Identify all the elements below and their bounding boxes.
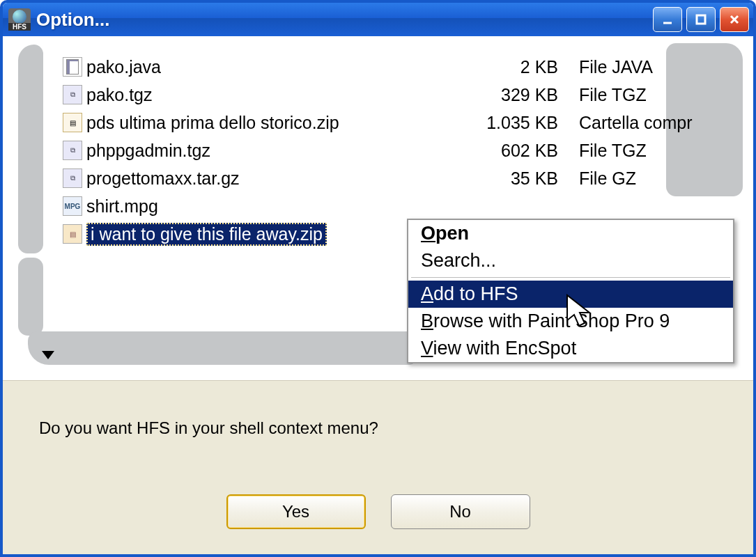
content-area: pako.java2 KBFile JAVA⧉pako.tgz329 KBFil… xyxy=(3,36,753,380)
tgz-file-icon: ⧉ xyxy=(63,141,82,160)
file-name: i want to give this file away.zip xyxy=(86,223,327,246)
file-name: pds ultima prima dello storico.zip xyxy=(86,113,339,133)
close-button[interactable] xyxy=(720,7,749,32)
java-file-icon xyxy=(63,57,82,77)
mouse-cursor-icon xyxy=(566,294,594,331)
dialog-window: HFS Option... pako.java2 KBFile JAVA⧉pak… xyxy=(0,0,756,557)
file-type: Cartella compr xyxy=(579,113,746,133)
yes-button[interactable]: Yes xyxy=(226,494,366,529)
close-icon xyxy=(727,13,741,26)
titlebar[interactable]: HFS Option... xyxy=(3,3,753,36)
file-name: progettomaxx.tar.gz xyxy=(86,168,240,189)
dropdown-indicator-icon[interactable] xyxy=(42,351,54,363)
menu-separator xyxy=(411,277,730,278)
dialog-button-row: Yes No xyxy=(3,494,753,529)
svg-marker-4 xyxy=(42,351,54,359)
gz-file-icon: ⧉ xyxy=(63,168,82,188)
file-size: 2 KB xyxy=(468,57,579,77)
file-row[interactable]: ▤pds ultima prima dello storico.zip1.035… xyxy=(22,109,746,136)
file-name: shirt.mpg xyxy=(86,196,158,217)
dialog-panel: Do you want HFS in your shell context me… xyxy=(3,380,753,554)
menu-item-open[interactable]: Open xyxy=(408,220,733,247)
svg-rect-1 xyxy=(697,15,705,24)
file-type: File JAVA xyxy=(579,57,746,77)
file-row[interactable]: ⧉progettomaxx.tar.gz35 KBFile GZ xyxy=(22,164,746,192)
file-size: 329 KB xyxy=(468,85,579,105)
hfs-app-icon: HFS xyxy=(8,8,31,31)
tgz-file-icon: ⧉ xyxy=(63,85,82,104)
file-size: 35 KB xyxy=(468,168,579,189)
file-type: File GZ xyxy=(579,168,746,189)
file-type: File TGZ xyxy=(579,141,746,161)
minimize-icon xyxy=(661,13,674,26)
minimize-button[interactable] xyxy=(653,7,682,32)
context-menu: Open Search... Add to HFS Browse with Pa… xyxy=(407,219,734,363)
mpg-file-icon: MPG xyxy=(63,196,82,216)
file-row[interactable]: MPGshirt.mpg xyxy=(22,192,746,220)
menu-item-view-encspot[interactable]: View with EncSpot xyxy=(408,335,733,362)
window-controls xyxy=(653,7,749,32)
file-row[interactable]: ⧉pako.tgz329 KBFile TGZ xyxy=(22,81,746,109)
no-button[interactable]: No xyxy=(391,494,530,529)
window-title: Option... xyxy=(36,9,653,31)
file-type: File TGZ xyxy=(579,85,746,105)
dialog-message: Do you want HFS in your shell context me… xyxy=(39,418,378,438)
maximize-icon xyxy=(694,13,708,26)
zipf-file-icon: ▤ xyxy=(63,113,82,132)
file-name: pako.tgz xyxy=(86,85,153,105)
maximize-button[interactable] xyxy=(686,7,716,32)
menu-item-search[interactable]: Search... xyxy=(408,247,733,274)
file-row[interactable]: ⧉phppgadmin.tgz602 KBFile TGZ xyxy=(22,136,746,164)
file-size: 602 KB xyxy=(468,141,579,161)
file-name: phppgadmin.tgz xyxy=(86,141,210,161)
app-icon-label: HFS xyxy=(8,23,31,31)
file-row[interactable]: pako.java2 KBFile JAVA xyxy=(22,53,746,81)
file-name: pako.java xyxy=(86,57,161,77)
svg-marker-5 xyxy=(567,295,589,326)
file-size: 1.035 KB xyxy=(468,113,579,133)
zip-file-icon: ▤ xyxy=(63,224,82,244)
